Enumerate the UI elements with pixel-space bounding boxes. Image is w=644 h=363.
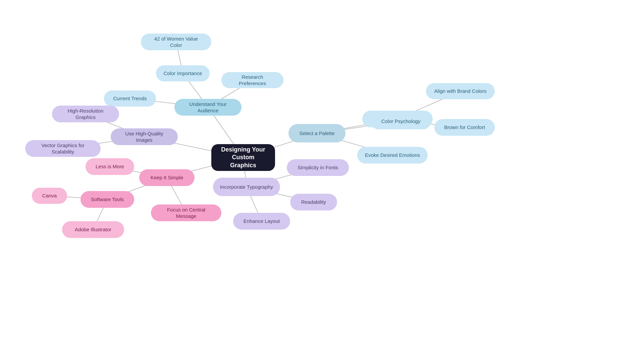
node-canva[interactable]: Canva (32, 188, 67, 204)
node-adobe-illustrator[interactable]: Adobe Illustrator (62, 221, 124, 238)
node-software-tools[interactable]: Software Tools (80, 191, 134, 208)
node-brown-comfort[interactable]: Brown for Comfort (434, 119, 495, 136)
mind-map: Designing Your Custom GraphicsUnderstand… (0, 0, 644, 363)
node-vector-graphics[interactable]: Vector Graphics for Scalability (25, 140, 101, 157)
node-readability[interactable]: Readability (290, 194, 337, 210)
node-incorporate-typography[interactable]: Incorporate Typography (213, 178, 280, 196)
node-use-high-quality[interactable]: Use High-Quality Images (111, 128, 178, 145)
node-enhance-layout[interactable]: Enhance Layout (233, 213, 290, 230)
node-center[interactable]: Designing Your Custom Graphics (211, 144, 275, 171)
node-research-preferences[interactable]: Research Preferences (221, 72, 283, 88)
node-42-women[interactable]: 42 of Women Value Color (141, 34, 211, 50)
node-understand-audience[interactable]: Understand Your Audience (174, 99, 241, 116)
node-current-trends[interactable]: Current Trends (104, 90, 156, 107)
node-focus-central[interactable]: Focus on Central Message (151, 204, 221, 221)
node-less-is-more[interactable]: Less is More (86, 158, 134, 175)
node-simplicity-fonts[interactable]: Simplicity in Fonts (287, 159, 349, 176)
node-select-palette[interactable]: Select a Palette (288, 124, 345, 142)
node-evoke-emotions[interactable]: Evoke Desired Emotions (357, 147, 428, 164)
node-high-resolution[interactable]: High-Resolution Graphics (52, 106, 119, 122)
node-keep-it-simple[interactable]: Keep It Simple (139, 169, 195, 186)
node-align-brand-colors[interactable]: Align with Brand Colors (426, 83, 495, 99)
node-color-importance[interactable]: Color Importance (156, 65, 210, 81)
node-color-psychology[interactable]: Color Psychology (371, 113, 431, 129)
connections-svg (0, 0, 644, 363)
